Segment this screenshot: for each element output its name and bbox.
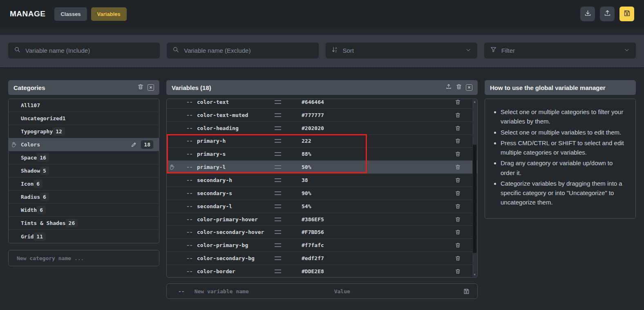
variable-value[interactable]: #777777: [302, 112, 445, 118]
variable-value[interactable]: #DDE2E8: [302, 268, 445, 274]
variable-name[interactable]: color-text: [197, 99, 271, 105]
trash-icon[interactable]: [455, 203, 461, 209]
drag-handle[interactable]: --: [186, 268, 194, 274]
drag-handle[interactable]: --: [186, 242, 194, 248]
variable-row[interactable]: -- secondary-l 54%: [167, 200, 477, 213]
drag-handle[interactable]: --: [186, 151, 194, 157]
variable-name[interactable]: color-heading: [197, 125, 271, 131]
scroll-up-icon[interactable]: ▲: [473, 99, 476, 104]
variable-name[interactable]: color-border: [197, 268, 271, 274]
variable-row[interactable]: -- color-primary-hover #386EF5: [167, 213, 477, 226]
upload-icon[interactable]: [445, 83, 452, 92]
trash-icon[interactable]: [455, 177, 461, 183]
variable-value[interactable]: 90%: [302, 190, 445, 196]
drag-handle[interactable]: --: [186, 138, 194, 144]
new-category-input[interactable]: [17, 255, 151, 261]
trash-icon[interactable]: [137, 83, 144, 92]
trash-icon[interactable]: [455, 216, 461, 222]
search-include-input[interactable]: [25, 47, 154, 54]
filter-dropdown[interactable]: Filter: [484, 43, 636, 58]
trash-icon[interactable]: [455, 164, 461, 170]
variable-row[interactable]: -- color-text-muted #777777: [167, 109, 477, 122]
variable-row[interactable]: -- color-heading #202020: [167, 122, 477, 135]
variable-name[interactable]: color-primary-bg: [197, 242, 271, 248]
variable-row[interactable]: -- color-secondary-hover #F7BD56: [167, 226, 477, 239]
category-row[interactable]: Grid 11: [9, 230, 159, 243]
trash-icon[interactable]: [456, 83, 462, 92]
variable-value[interactable]: #646464: [302, 99, 445, 105]
scroll-down-icon[interactable]: ▼: [473, 272, 476, 277]
variable-name[interactable]: secondary-l: [197, 203, 271, 209]
new-variable-value-input[interactable]: [334, 288, 453, 294]
variable-row[interactable]: -- primary-h 222: [167, 135, 477, 148]
drag-handle[interactable]: --: [186, 125, 194, 131]
variable-value[interactable]: #202020: [302, 125, 445, 131]
variable-value[interactable]: 54%: [302, 203, 445, 209]
drag-handle[interactable]: --: [186, 190, 194, 196]
variable-name[interactable]: secondary-h: [197, 177, 271, 183]
category-row[interactable]: Colors 18: [9, 138, 159, 151]
trash-icon[interactable]: [455, 268, 461, 274]
variable-value[interactable]: #F7BD56: [302, 229, 445, 235]
trash-icon[interactable]: [455, 112, 461, 118]
variable-value[interactable]: #f7fafc: [302, 242, 445, 248]
variable-name[interactable]: color-primary-hover: [197, 216, 271, 222]
trash-icon[interactable]: [455, 229, 461, 235]
drag-handle[interactable]: --: [186, 203, 194, 209]
drag-handle[interactable]: --: [186, 177, 194, 183]
category-row[interactable]: Width 6: [9, 204, 159, 217]
variable-value[interactable]: #edf2f7: [302, 255, 445, 261]
drag-handle[interactable]: --: [186, 164, 194, 170]
scrollbar-thumb[interactable]: [473, 145, 476, 253]
new-category-field[interactable]: [8, 250, 159, 266]
drag-handle[interactable]: --: [186, 216, 194, 222]
variable-name[interactable]: secondary-s: [197, 190, 271, 196]
upload-button[interactable]: [600, 7, 615, 21]
variable-name[interactable]: primary-h: [197, 138, 271, 144]
drag-handle[interactable]: --: [186, 255, 194, 261]
drag-handle[interactable]: --: [186, 112, 194, 118]
variable-value[interactable]: 50%: [302, 164, 445, 170]
tab-variables[interactable]: Variables: [91, 7, 127, 21]
variable-name[interactable]: color-secondary-hover: [197, 229, 271, 235]
variable-name[interactable]: primary-s: [197, 151, 271, 157]
drag-handle[interactable]: --: [186, 229, 194, 235]
variable-row[interactable]: -- secondary-h 38: [167, 174, 477, 187]
drag-handle[interactable]: --: [186, 99, 194, 105]
category-row[interactable]: Icon 6: [9, 177, 159, 191]
variable-row[interactable]: -- primary-l 50%: [167, 161, 477, 174]
close-box-icon[interactable]: ✕: [148, 84, 154, 91]
save-icon[interactable]: [463, 288, 470, 295]
trash-icon[interactable]: [455, 242, 461, 248]
category-row[interactable]: Radius 6: [9, 191, 159, 204]
variable-name[interactable]: primary-l: [197, 164, 271, 170]
category-row[interactable]: All 107: [9, 99, 159, 112]
download-button[interactable]: [580, 7, 595, 21]
variable-row[interactable]: -- color-primary-bg #f7fafc: [167, 239, 477, 252]
trash-icon[interactable]: [455, 125, 461, 131]
trash-icon[interactable]: [455, 255, 461, 261]
category-row[interactable]: Typography 12: [9, 125, 159, 138]
category-row[interactable]: Space 16: [9, 151, 159, 164]
close-box-icon[interactable]: ✕: [466, 84, 472, 91]
variable-value[interactable]: 88%: [302, 151, 445, 157]
sort-dropdown[interactable]: AZ Sort: [326, 43, 477, 58]
scrollbar-track[interactable]: [472, 104, 477, 272]
variable-name[interactable]: color-secondary-bg: [197, 255, 271, 261]
trash-icon[interactable]: [455, 99, 461, 105]
scrollbar[interactable]: ▲ ▼: [472, 99, 477, 277]
new-variable-name-input[interactable]: [195, 288, 324, 294]
search-include-field[interactable]: [8, 43, 160, 58]
variable-value[interactable]: #386EF5: [302, 216, 445, 222]
save-button[interactable]: [619, 7, 634, 21]
trash-icon[interactable]: [455, 190, 461, 196]
variable-value[interactable]: 38: [302, 177, 445, 183]
variable-row[interactable]: -- color-border #DDE2E8: [167, 265, 477, 278]
variable-row[interactable]: -- secondary-s 90%: [167, 187, 477, 200]
variable-value[interactable]: 222: [302, 138, 445, 144]
pencil-icon[interactable]: [131, 142, 137, 148]
tab-classes[interactable]: Classes: [54, 7, 87, 21]
new-variable-row[interactable]: --: [166, 283, 478, 299]
variable-row[interactable]: -- color-text #646464: [167, 99, 477, 109]
variable-row[interactable]: -- primary-s 88%: [167, 148, 477, 161]
